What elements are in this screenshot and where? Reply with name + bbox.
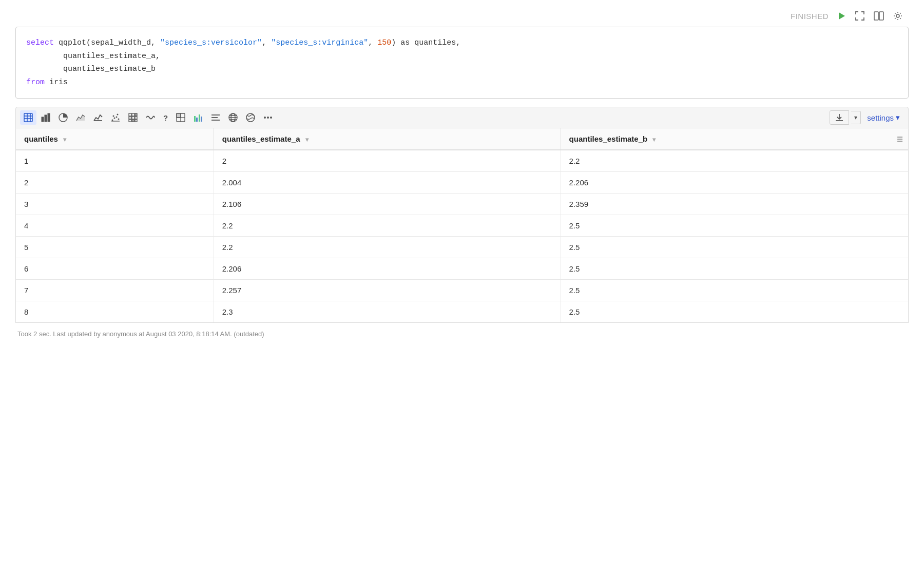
results-table: quantiles ▾ quantiles_estimate_a ▾ quant… — [16, 128, 908, 322]
download-dropdown-button[interactable]: ▾ — [851, 111, 861, 124]
area-chart-button[interactable] — [72, 110, 89, 125]
svg-rect-30 — [132, 120, 134, 122]
svg-point-50 — [267, 117, 269, 119]
cell-quantiles: 5 — [16, 237, 214, 258]
svg-point-49 — [264, 117, 266, 119]
book-icon[interactable] — [873, 10, 885, 22]
cell-quantiles_estimate_b: 2.206 — [561, 172, 908, 194]
wave-button[interactable] — [142, 110, 159, 125]
table-row: 72.2572.5 — [16, 280, 908, 301]
svg-rect-1 — [874, 12, 878, 20]
svg-rect-11 — [42, 117, 44, 122]
table-header-row: quantiles ▾ quantiles_estimate_a ▾ quant… — [16, 128, 908, 150]
scatter-button[interactable] — [107, 110, 124, 125]
svg-rect-29 — [129, 120, 131, 122]
heatmap-button[interactable] — [125, 110, 141, 125]
cell-quantiles_estimate_a: 2.3 — [214, 301, 561, 323]
cell-quantiles: 2 — [16, 172, 214, 194]
cell-quantiles_estimate_b: 2.5 — [561, 280, 908, 301]
fullscreen-icon[interactable] — [854, 10, 865, 22]
svg-point-17 — [114, 118, 116, 119]
cell-quantiles_estimate_b: 2.5 — [561, 237, 908, 258]
cell-quantiles_estimate_a: 2 — [214, 150, 561, 172]
map-button-1[interactable] — [225, 110, 241, 125]
svg-rect-39 — [201, 117, 202, 122]
svg-point-18 — [113, 115, 114, 117]
download-button[interactable] — [830, 110, 849, 125]
cell-quantiles_estimate_b: 2.359 — [561, 194, 908, 215]
table-row: 82.32.5 — [16, 301, 908, 323]
grouped-bar-button[interactable] — [190, 110, 206, 125]
help-button[interactable]: ? — [160, 111, 171, 124]
toolbar-right: ▾ settings ▾ — [830, 110, 904, 125]
svg-rect-28 — [135, 117, 137, 119]
code-line-4: from iris — [26, 76, 898, 89]
svg-rect-31 — [135, 120, 137, 122]
align-button[interactable] — [207, 110, 224, 125]
map-button-2[interactable] — [242, 110, 259, 125]
svg-point-5 — [896, 14, 899, 17]
status-label: FINISHED — [791, 12, 829, 21]
cell-quantiles_estimate_b: 2.5 — [561, 215, 908, 237]
svg-rect-24 — [132, 113, 134, 116]
cell-quantiles_estimate_a: 2.206 — [214, 258, 561, 280]
more-charts-button[interactable] — [260, 110, 276, 125]
table-body: 122.222.0042.20632.1062.35942.22.552.22.… — [16, 150, 908, 322]
svg-point-48 — [246, 113, 255, 122]
cell-quantiles: 4 — [16, 215, 214, 237]
col-header-quantiles[interactable]: quantiles ▾ — [16, 128, 214, 150]
pivot-button[interactable] — [172, 110, 189, 125]
run-button[interactable] — [836, 10, 847, 22]
cell-quantiles_estimate_a: 2.2 — [214, 215, 561, 237]
settings-button[interactable]: settings ▾ — [863, 110, 904, 125]
col-label-estimate-a: quantiles_estimate_a — [222, 134, 300, 143]
table-row: 52.22.5 — [16, 237, 908, 258]
svg-rect-38 — [199, 114, 200, 122]
col-label-quantiles: quantiles — [24, 134, 58, 143]
svg-rect-26 — [129, 117, 131, 119]
cell-quantiles: 8 — [16, 301, 214, 323]
line-chart-button[interactable] — [90, 110, 106, 125]
status-text: Took 2 sec. Last updated by anonymous at… — [17, 330, 264, 338]
table-view-button[interactable] — [20, 110, 36, 125]
svg-rect-6 — [24, 113, 32, 122]
code-editor[interactable]: select qqplot(sepal_width_d, "species_s:… — [15, 27, 909, 99]
svg-point-19 — [116, 117, 118, 118]
settings-label: settings — [867, 113, 894, 122]
table-row: 122.2 — [16, 150, 908, 172]
cell-quantiles: 7 — [16, 280, 214, 301]
status-bar: Took 2 sec. Last updated by anonymous at… — [15, 323, 909, 341]
svg-rect-37 — [196, 118, 198, 122]
cell-quantiles_estimate_a: 2.2 — [214, 237, 561, 258]
svg-point-21 — [118, 119, 120, 120]
col-header-estimate-a[interactable]: quantiles_estimate_a ▾ — [214, 128, 561, 150]
svg-rect-23 — [129, 113, 131, 116]
table-row: 32.1062.359 — [16, 194, 908, 215]
cell-quantiles_estimate_a: 2.106 — [214, 194, 561, 215]
cell-quantiles_estimate_a: 2.004 — [214, 172, 561, 194]
table-row: 42.22.5 — [16, 215, 908, 237]
visualization-toolbar: ? — [15, 107, 909, 128]
code-line-1: select qqplot(sepal_width_d, "species_s:… — [26, 36, 898, 50]
settings-gear-icon[interactable] — [892, 10, 903, 22]
col-label-estimate-b: quantiles_estimate_b — [569, 134, 648, 143]
cell-quantiles: 3 — [16, 194, 214, 215]
svg-point-51 — [270, 117, 272, 119]
sort-icon-estimate-b: ▾ — [652, 136, 656, 143]
svg-rect-13 — [48, 113, 50, 122]
bar-chart-button[interactable] — [37, 110, 54, 125]
col-header-estimate-b[interactable]: quantiles_estimate_b ▾ ☰ — [561, 128, 908, 150]
cell-quantiles: 1 — [16, 150, 214, 172]
svg-point-20 — [117, 114, 119, 115]
table-row: 62.2062.5 — [16, 258, 908, 280]
svg-rect-33 — [177, 113, 181, 118]
code-line-3: quantiles_estimate_b — [26, 63, 898, 76]
col-menu-icon[interactable]: ☰ — [897, 135, 903, 143]
table-row: 22.0042.206 — [16, 172, 908, 194]
pie-chart-button[interactable] — [55, 110, 71, 125]
sort-icon-estimate-a: ▾ — [305, 136, 309, 143]
svg-rect-25 — [135, 113, 137, 116]
sort-icon-quantiles: ▾ — [63, 136, 66, 143]
cell-quantiles_estimate_b: 2.2 — [561, 150, 908, 172]
svg-rect-2 — [879, 12, 883, 20]
